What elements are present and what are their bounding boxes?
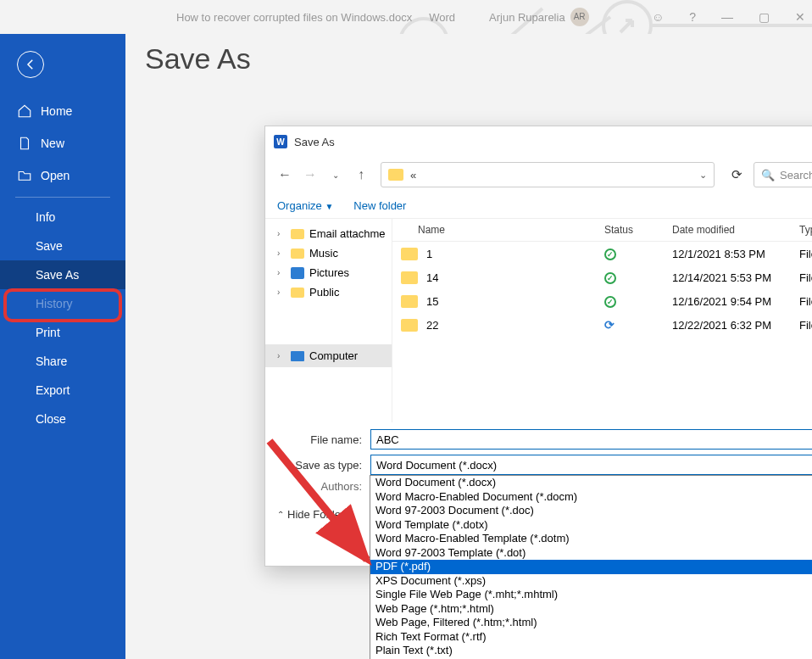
app-name: Word: [429, 11, 455, 24]
sidebar-save[interactable]: Save: [0, 232, 125, 260]
window-titlebar: How to recover corrupted files on Window…: [0, 0, 812, 34]
saveastype-option[interactable]: PDF (*.pdf): [370, 560, 812, 574]
computer-icon: [291, 351, 304, 361]
saveastype-option[interactable]: Word Template (*.dotx): [370, 518, 812, 533]
saveastype-dropdown[interactable]: Word Document (*.docx) ⌄: [370, 455, 812, 475]
authors-label: Authors:: [277, 480, 370, 493]
col-date[interactable]: Date modified: [672, 224, 799, 236]
col-status[interactable]: Status: [604, 224, 672, 236]
chevron-down-icon[interactable]: ⌄: [699, 170, 707, 181]
table-row[interactable]: 15✓12/16/2021 9:54 PMFile folder: [392, 289, 812, 313]
saveastype-option[interactable]: Word 97-2003 Document (*.doc): [370, 504, 812, 518]
backstage-main: Save As W Save As ✕ ← → ⌄ ↑ « ⌄ ⟳ �: [125, 34, 812, 659]
saveastype-option[interactable]: Word 97-2003 Template (*.dot): [370, 546, 812, 561]
sidebar-close[interactable]: Close: [0, 405, 125, 433]
row-type: File folder: [799, 271, 812, 284]
saveastype-value: Word Document (*.docx): [376, 459, 497, 472]
saveastype-option[interactable]: Plain Text (*.txt): [370, 644, 812, 658]
status-synced-icon: ✓: [604, 249, 616, 260]
row-date: 12/22/2021 6:32 PM: [672, 319, 799, 332]
status-syncing-icon: ⟳: [604, 318, 615, 332]
dialog-title: Save As: [294, 136, 335, 148]
address-bar[interactable]: « ⌄: [381, 162, 715, 187]
row-name: 22: [426, 319, 604, 332]
nav-history-dropdown[interactable]: ⌄: [325, 163, 347, 187]
status-synced-icon: ✓: [604, 296, 616, 308]
sidebar-home-label: Home: [41, 104, 72, 118]
filename-label: File name:: [277, 433, 370, 446]
search-placeholder: Search December: [780, 169, 812, 182]
saveastype-option[interactable]: Word Macro-Enabled Template (*.dotm): [370, 532, 812, 546]
doc-name: How to recover corrupted files on Window…: [176, 11, 412, 24]
backstage-sidebar: Home New Open Info Save Save As History …: [0, 34, 125, 659]
saveastype-option[interactable]: Word Macro-Enabled Document (*.docm): [370, 490, 812, 505]
sidebar-export[interactable]: Export: [0, 376, 125, 405]
saveastype-option[interactable]: Word Document (*.docx): [370, 476, 812, 490]
folder-icon: [401, 248, 418, 260]
tree-public[interactable]: ›Public: [265, 282, 392, 302]
saveastype-option[interactable]: Web Page (*.htm;*.html): [370, 602, 812, 617]
word-icon: W: [274, 135, 287, 148]
tree-pictures[interactable]: ›Pictures: [265, 263, 392, 282]
tree-music[interactable]: ›Music: [265, 243, 392, 263]
search-box[interactable]: 🔍 Search December: [754, 162, 812, 187]
saveastype-option[interactable]: XPS Document (*.xps): [370, 574, 812, 589]
file-list: Name Status Date modified Type S 1✓12/1/…: [392, 219, 812, 422]
table-row[interactable]: 22⟳12/22/2021 6:32 PMFile folder: [392, 313, 812, 337]
folder-icon: [291, 229, 304, 239]
row-type: File folder: [799, 319, 812, 332]
row-date: 12/14/2021 5:53 PM: [672, 271, 799, 284]
sidebar-open-label: Open: [41, 169, 70, 182]
help-icon[interactable]: ?: [689, 10, 696, 24]
filename-input[interactable]: [370, 429, 812, 450]
sidebar-share[interactable]: Share: [0, 347, 125, 376]
folder-icon: [388, 169, 403, 181]
col-name[interactable]: Name: [401, 224, 604, 236]
folder-tree: ›Email attachme ›Music ›Pictures ›Public…: [265, 219, 392, 422]
status-synced-icon: ✓: [604, 272, 616, 284]
refresh-button[interactable]: ⟳: [723, 162, 750, 187]
avatar[interactable]: AR: [570, 8, 589, 26]
row-date: 12/16/2021 9:54 PM: [672, 295, 799, 308]
sidebar-history: History: [0, 289, 125, 318]
tree-computer[interactable]: ›Computer: [265, 344, 392, 367]
folder-icon: [401, 295, 418, 308]
saveastype-option[interactable]: Rich Text Format (*.rtf): [370, 630, 812, 645]
folder-icon: [401, 319, 418, 332]
open-icon: [17, 168, 32, 183]
user-name: Arjun Ruparelia: [489, 11, 565, 24]
search-icon: 🔍: [761, 169, 775, 182]
sidebar-print[interactable]: Print: [0, 318, 125, 347]
saveastype-option[interactable]: Single File Web Page (*.mht;*.mhtml): [370, 588, 812, 602]
row-name: 15: [426, 295, 604, 308]
sidebar-open[interactable]: Open: [0, 159, 125, 192]
page-title: Save As: [145, 42, 812, 75]
maximize-button[interactable]: ▢: [759, 10, 770, 24]
nav-forward-button[interactable]: →: [299, 163, 321, 187]
table-row[interactable]: 14✓12/14/2021 5:53 PMFile folder: [392, 265, 812, 289]
sidebar-home[interactable]: Home: [0, 95, 125, 127]
close-window-button[interactable]: ✕: [795, 10, 805, 24]
folder-icon: [401, 271, 418, 284]
file-list-header[interactable]: Name Status Date modified Type S: [392, 219, 812, 242]
smiley-icon[interactable]: ☺: [652, 10, 664, 24]
sidebar-new[interactable]: New: [0, 127, 125, 159]
tree-email[interactable]: ›Email attachme: [265, 224, 392, 243]
new-icon: [17, 136, 32, 151]
table-row[interactable]: 1✓12/1/2021 8:53 PMFile folder: [392, 242, 812, 265]
organize-button[interactable]: Organize ▼: [277, 199, 333, 212]
back-button[interactable]: [17, 51, 44, 78]
folder-icon: [291, 288, 304, 298]
nav-up-button[interactable]: ↑: [350, 163, 372, 187]
sidebar-new-label: New: [41, 137, 64, 150]
nav-back-button[interactable]: ←: [274, 163, 296, 187]
breadcrumb-prefix: «: [410, 169, 416, 182]
row-name: 1: [426, 248, 604, 260]
minimize-button[interactable]: —: [721, 10, 733, 24]
sidebar-saveas[interactable]: Save As: [0, 260, 125, 289]
saveastype-option[interactable]: Web Page, Filtered (*.htm;*.html): [370, 616, 812, 630]
new-folder-button[interactable]: New folder: [353, 199, 406, 212]
col-type[interactable]: Type: [799, 224, 812, 236]
saveastype-options[interactable]: Word Document (*.docx)Word Macro-Enabled…: [370, 475, 812, 659]
sidebar-info[interactable]: Info: [0, 203, 125, 232]
